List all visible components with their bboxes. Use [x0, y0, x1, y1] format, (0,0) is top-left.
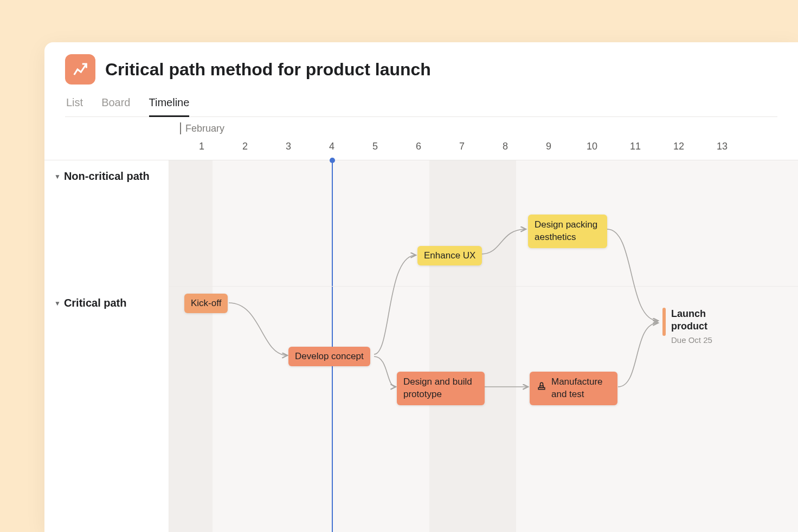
milestone-due: Due Oct 25	[671, 335, 715, 345]
day-2: 2	[223, 141, 267, 152]
task-kickoff[interactable]: Kick-off	[184, 294, 228, 313]
day-12: 12	[657, 141, 700, 152]
tab-board[interactable]: Board	[101, 94, 130, 116]
section-critical-label: Critical path	[64, 297, 127, 309]
timeline-lane[interactable]	[169, 160, 798, 532]
title-row: Critical path method for product launch	[65, 54, 777, 85]
weekend-shade	[429, 160, 516, 532]
milestone-title: Launch product	[671, 308, 715, 333]
weekend-shade	[169, 160, 213, 532]
day-1: 1	[180, 141, 223, 152]
task-label: Develop concept	[295, 351, 364, 362]
tab-list[interactable]: List	[66, 94, 83, 116]
timeline-body: ▼ Non-critical path ▼ Critical path	[44, 160, 798, 532]
section-gutter-critical	[44, 286, 169, 532]
approval-stamp-icon	[536, 381, 547, 395]
page-title: Critical path method for product launch	[105, 60, 431, 80]
day-8: 8	[484, 141, 527, 152]
task-enhance-ux[interactable]: Enhance UX	[417, 246, 482, 265]
day-9: 9	[527, 141, 570, 152]
day-11: 11	[614, 141, 657, 152]
today-dot-icon	[330, 158, 335, 163]
app-window: Critical path method for product launch …	[44, 42, 798, 532]
task-label: Manufacture and test	[551, 376, 611, 401]
section-critical[interactable]: ▼ Critical path	[54, 297, 126, 309]
day-6: 6	[397, 141, 440, 152]
caret-down-icon: ▼	[54, 300, 61, 307]
project-chart-icon	[65, 54, 95, 85]
task-develop-concept[interactable]: Develop concept	[288, 347, 370, 366]
timeline-header: February 1 2 3 4 5 6 7 8 9 10 11 12 13	[44, 117, 798, 160]
tab-timeline[interactable]: Timeline	[149, 94, 190, 117]
header: Critical path method for product launch …	[44, 42, 798, 117]
task-label: Design and build prototype	[403, 376, 478, 401]
task-label: Kick-off	[191, 298, 221, 309]
day-13: 13	[700, 141, 744, 152]
task-label: Design packing aesthetics	[535, 219, 601, 244]
day-5: 5	[353, 141, 397, 152]
milestone-launch[interactable]: Launch product Due Oct 25	[662, 308, 715, 345]
caret-down-icon: ▼	[54, 173, 61, 180]
day-3: 3	[267, 141, 310, 152]
day-7: 7	[440, 141, 484, 152]
day-10: 10	[570, 141, 614, 152]
view-tabs: List Board Timeline	[65, 94, 777, 117]
section-noncritical[interactable]: ▼ Non-critical path	[54, 170, 150, 183]
today-marker	[332, 160, 333, 532]
milestone-text: Launch product Due Oct 25	[671, 308, 715, 345]
task-design-packing[interactable]: Design packing aesthetics	[528, 215, 607, 248]
day-4: 4	[310, 141, 353, 152]
task-design-prototype[interactable]: Design and build prototype	[397, 372, 485, 405]
month-label: February	[180, 122, 224, 134]
task-label: Enhance UX	[424, 250, 475, 261]
section-noncritical-label: Non-critical path	[64, 170, 150, 183]
milestone-bar-icon	[662, 308, 666, 336]
task-manufacture-test[interactable]: Manufacture and test	[530, 372, 617, 405]
